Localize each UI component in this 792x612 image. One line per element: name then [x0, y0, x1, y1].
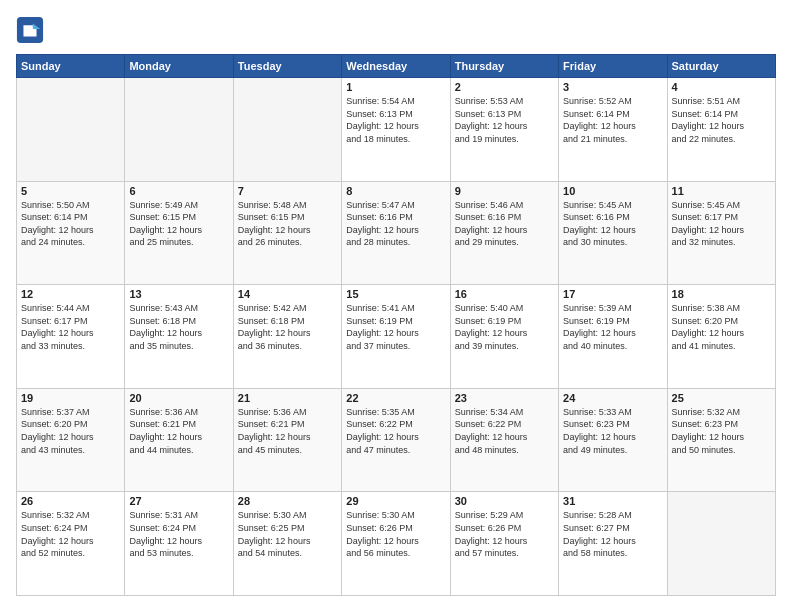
day-info: Sunrise: 5:32 AM Sunset: 6:23 PM Dayligh…	[672, 406, 771, 456]
calendar-cell: 30Sunrise: 5:29 AM Sunset: 6:26 PM Dayli…	[450, 492, 558, 596]
day-number: 30	[455, 495, 554, 507]
day-number: 9	[455, 185, 554, 197]
day-info: Sunrise: 5:53 AM Sunset: 6:13 PM Dayligh…	[455, 95, 554, 145]
day-number: 12	[21, 288, 120, 300]
page: SundayMondayTuesdayWednesdayThursdayFrid…	[0, 0, 792, 612]
calendar-week-row: 5Sunrise: 5:50 AM Sunset: 6:14 PM Daylig…	[17, 181, 776, 285]
day-number: 21	[238, 392, 337, 404]
day-info: Sunrise: 5:45 AM Sunset: 6:16 PM Dayligh…	[563, 199, 662, 249]
day-info: Sunrise: 5:45 AM Sunset: 6:17 PM Dayligh…	[672, 199, 771, 249]
day-number: 10	[563, 185, 662, 197]
calendar-cell: 16Sunrise: 5:40 AM Sunset: 6:19 PM Dayli…	[450, 285, 558, 389]
day-number: 26	[21, 495, 120, 507]
day-info: Sunrise: 5:31 AM Sunset: 6:24 PM Dayligh…	[129, 509, 228, 559]
day-number: 7	[238, 185, 337, 197]
day-info: Sunrise: 5:40 AM Sunset: 6:19 PM Dayligh…	[455, 302, 554, 352]
day-info: Sunrise: 5:28 AM Sunset: 6:27 PM Dayligh…	[563, 509, 662, 559]
calendar-cell: 23Sunrise: 5:34 AM Sunset: 6:22 PM Dayli…	[450, 388, 558, 492]
day-info: Sunrise: 5:30 AM Sunset: 6:25 PM Dayligh…	[238, 509, 337, 559]
day-info: Sunrise: 5:42 AM Sunset: 6:18 PM Dayligh…	[238, 302, 337, 352]
day-info: Sunrise: 5:47 AM Sunset: 6:16 PM Dayligh…	[346, 199, 445, 249]
day-info: Sunrise: 5:54 AM Sunset: 6:13 PM Dayligh…	[346, 95, 445, 145]
day-info: Sunrise: 5:52 AM Sunset: 6:14 PM Dayligh…	[563, 95, 662, 145]
calendar-cell: 10Sunrise: 5:45 AM Sunset: 6:16 PM Dayli…	[559, 181, 667, 285]
calendar-cell	[233, 78, 341, 182]
calendar-week-row: 19Sunrise: 5:37 AM Sunset: 6:20 PM Dayli…	[17, 388, 776, 492]
logo	[16, 16, 46, 44]
calendar-week-row: 26Sunrise: 5:32 AM Sunset: 6:24 PM Dayli…	[17, 492, 776, 596]
day-info: Sunrise: 5:37 AM Sunset: 6:20 PM Dayligh…	[21, 406, 120, 456]
day-info: Sunrise: 5:30 AM Sunset: 6:26 PM Dayligh…	[346, 509, 445, 559]
calendar-cell: 18Sunrise: 5:38 AM Sunset: 6:20 PM Dayli…	[667, 285, 775, 389]
day-number: 19	[21, 392, 120, 404]
calendar-cell: 19Sunrise: 5:37 AM Sunset: 6:20 PM Dayli…	[17, 388, 125, 492]
calendar-cell: 2Sunrise: 5:53 AM Sunset: 6:13 PM Daylig…	[450, 78, 558, 182]
day-info: Sunrise: 5:41 AM Sunset: 6:19 PM Dayligh…	[346, 302, 445, 352]
day-info: Sunrise: 5:39 AM Sunset: 6:19 PM Dayligh…	[563, 302, 662, 352]
calendar-cell: 15Sunrise: 5:41 AM Sunset: 6:19 PM Dayli…	[342, 285, 450, 389]
day-number: 15	[346, 288, 445, 300]
day-info: Sunrise: 5:34 AM Sunset: 6:22 PM Dayligh…	[455, 406, 554, 456]
weekday-header-tuesday: Tuesday	[233, 55, 341, 78]
weekday-header-row: SundayMondayTuesdayWednesdayThursdayFrid…	[17, 55, 776, 78]
calendar-cell: 5Sunrise: 5:50 AM Sunset: 6:14 PM Daylig…	[17, 181, 125, 285]
calendar-cell	[667, 492, 775, 596]
calendar-cell: 22Sunrise: 5:35 AM Sunset: 6:22 PM Dayli…	[342, 388, 450, 492]
day-info: Sunrise: 5:29 AM Sunset: 6:26 PM Dayligh…	[455, 509, 554, 559]
calendar-cell: 27Sunrise: 5:31 AM Sunset: 6:24 PM Dayli…	[125, 492, 233, 596]
day-number: 4	[672, 81, 771, 93]
day-number: 22	[346, 392, 445, 404]
weekday-header-monday: Monday	[125, 55, 233, 78]
day-number: 2	[455, 81, 554, 93]
day-info: Sunrise: 5:35 AM Sunset: 6:22 PM Dayligh…	[346, 406, 445, 456]
day-number: 6	[129, 185, 228, 197]
calendar-cell: 1Sunrise: 5:54 AM Sunset: 6:13 PM Daylig…	[342, 78, 450, 182]
calendar-cell: 3Sunrise: 5:52 AM Sunset: 6:14 PM Daylig…	[559, 78, 667, 182]
day-number: 17	[563, 288, 662, 300]
day-info: Sunrise: 5:33 AM Sunset: 6:23 PM Dayligh…	[563, 406, 662, 456]
day-number: 1	[346, 81, 445, 93]
day-info: Sunrise: 5:44 AM Sunset: 6:17 PM Dayligh…	[21, 302, 120, 352]
calendar-cell: 17Sunrise: 5:39 AM Sunset: 6:19 PM Dayli…	[559, 285, 667, 389]
calendar-cell: 12Sunrise: 5:44 AM Sunset: 6:17 PM Dayli…	[17, 285, 125, 389]
weekday-header-friday: Friday	[559, 55, 667, 78]
weekday-header-wednesday: Wednesday	[342, 55, 450, 78]
calendar-cell: 29Sunrise: 5:30 AM Sunset: 6:26 PM Dayli…	[342, 492, 450, 596]
calendar-week-row: 1Sunrise: 5:54 AM Sunset: 6:13 PM Daylig…	[17, 78, 776, 182]
day-info: Sunrise: 5:50 AM Sunset: 6:14 PM Dayligh…	[21, 199, 120, 249]
calendar-table: SundayMondayTuesdayWednesdayThursdayFrid…	[16, 54, 776, 596]
weekday-header-sunday: Sunday	[17, 55, 125, 78]
calendar-cell: 6Sunrise: 5:49 AM Sunset: 6:15 PM Daylig…	[125, 181, 233, 285]
day-number: 8	[346, 185, 445, 197]
day-number: 31	[563, 495, 662, 507]
calendar-header: SundayMondayTuesdayWednesdayThursdayFrid…	[17, 55, 776, 78]
calendar-cell: 25Sunrise: 5:32 AM Sunset: 6:23 PM Dayli…	[667, 388, 775, 492]
calendar-cell: 20Sunrise: 5:36 AM Sunset: 6:21 PM Dayli…	[125, 388, 233, 492]
calendar-cell: 26Sunrise: 5:32 AM Sunset: 6:24 PM Dayli…	[17, 492, 125, 596]
calendar-cell: 11Sunrise: 5:45 AM Sunset: 6:17 PM Dayli…	[667, 181, 775, 285]
day-number: 18	[672, 288, 771, 300]
weekday-header-thursday: Thursday	[450, 55, 558, 78]
calendar-body: 1Sunrise: 5:54 AM Sunset: 6:13 PM Daylig…	[17, 78, 776, 596]
calendar-cell: 31Sunrise: 5:28 AM Sunset: 6:27 PM Dayli…	[559, 492, 667, 596]
calendar-cell	[125, 78, 233, 182]
calendar-week-row: 12Sunrise: 5:44 AM Sunset: 6:17 PM Dayli…	[17, 285, 776, 389]
calendar-cell: 7Sunrise: 5:48 AM Sunset: 6:15 PM Daylig…	[233, 181, 341, 285]
day-info: Sunrise: 5:36 AM Sunset: 6:21 PM Dayligh…	[238, 406, 337, 456]
calendar-cell: 8Sunrise: 5:47 AM Sunset: 6:16 PM Daylig…	[342, 181, 450, 285]
day-info: Sunrise: 5:46 AM Sunset: 6:16 PM Dayligh…	[455, 199, 554, 249]
day-info: Sunrise: 5:32 AM Sunset: 6:24 PM Dayligh…	[21, 509, 120, 559]
day-number: 14	[238, 288, 337, 300]
day-number: 27	[129, 495, 228, 507]
day-info: Sunrise: 5:49 AM Sunset: 6:15 PM Dayligh…	[129, 199, 228, 249]
day-number: 20	[129, 392, 228, 404]
calendar-cell: 4Sunrise: 5:51 AM Sunset: 6:14 PM Daylig…	[667, 78, 775, 182]
day-number: 13	[129, 288, 228, 300]
day-number: 11	[672, 185, 771, 197]
day-number: 23	[455, 392, 554, 404]
logo-icon	[16, 16, 44, 44]
calendar-cell: 28Sunrise: 5:30 AM Sunset: 6:25 PM Dayli…	[233, 492, 341, 596]
day-number: 24	[563, 392, 662, 404]
day-info: Sunrise: 5:43 AM Sunset: 6:18 PM Dayligh…	[129, 302, 228, 352]
day-number: 29	[346, 495, 445, 507]
